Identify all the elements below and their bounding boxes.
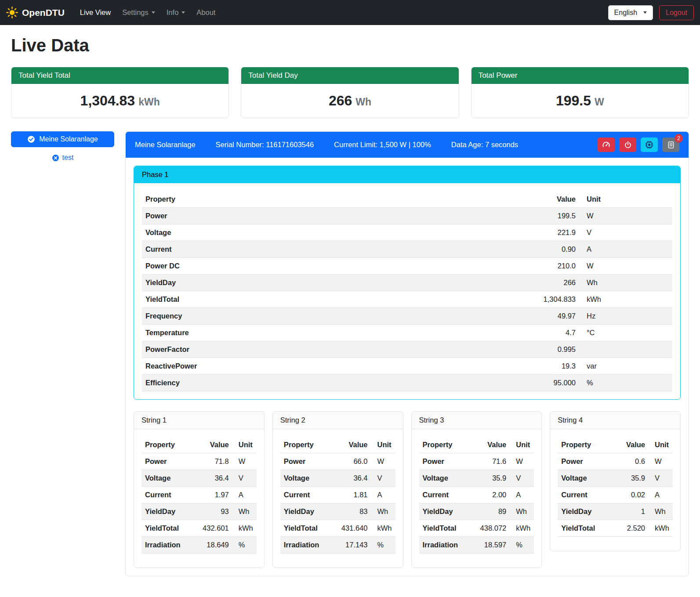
cell-property: YieldTotal [280,520,331,537]
cell-unit: A [371,487,395,503]
card-title: Total Power [472,67,689,84]
cell-unit: W [579,208,672,224]
cell-value: 36.4 [192,470,232,487]
event-log-button[interactable]: 2 [662,137,679,152]
nav-settings[interactable]: Settings [116,4,161,21]
cell-value: 35.9 [470,470,510,487]
table-row: Current0.90A [142,241,672,258]
table-row: Irradiation18.597% [419,537,534,554]
cell-property: YieldDay [141,503,192,520]
inverter-select-button[interactable]: Meine Solaranlage [11,131,114,147]
card-title: Total Yield Total [11,67,228,84]
inverter-panel-header: Meine Solaranlage Serial Number: 1161716… [126,132,689,158]
cell-property: PowerFactor [142,341,404,358]
limit-settings-button[interactable] [598,137,615,152]
language-select-value: English [614,9,637,17]
brand-label: OpenDTU [22,7,65,18]
cell-value: 35.9 [613,470,649,487]
column-header-property: Property [141,437,192,453]
sidebar-item-test[interactable]: test [11,154,114,162]
string-card-title: String 2 [273,412,403,429]
column-header-unit: Unit [371,437,395,453]
nav-about[interactable]: About [191,4,221,21]
cell-unit: kWh [510,520,534,537]
inverter-panel-body: Phase 1 Property Value Unit Power199.5WV… [126,158,689,576]
table-row: Voltage35.9V [558,470,673,487]
logout-button[interactable]: Logout [659,5,694,20]
cell-property: Voltage [419,470,470,487]
total-yield-day-card: Total Yield Day 266Wh [241,67,459,118]
cell-value: 199.5 [404,208,579,224]
string-card-title: String 3 [412,412,542,429]
nav-info[interactable]: Info [161,4,191,21]
cell-property: ReactivePower [142,358,404,375]
string-card-body: Property Value Unit Power71.6WVoltage35.… [412,429,542,568]
table-row: Irradiation17.143% [280,537,395,554]
inverter-select-label: Meine Solaranlage [39,135,98,143]
column-header-value: Value [331,437,371,453]
cell-value: 18.597 [470,537,510,554]
phase-card-body: Property Value Unit Power199.5WVoltage22… [134,183,680,399]
cell-unit: % [579,375,672,391]
card-body: 199.5W [472,84,689,118]
table-row: YieldDay1Wh [558,503,673,520]
table-row: Efficiency95.000% [142,375,672,391]
card-value: 266 [329,93,352,109]
table-header-row: Property Value Unit [141,437,257,453]
string-card-title: String 4 [550,412,680,429]
cell-value: 71.6 [470,453,510,470]
chevron-down-icon [643,11,647,14]
cell-value: 431.640 [331,520,371,537]
cell-unit: A [579,241,672,258]
strings-row: String 1 Property Value Unit [134,411,681,568]
string-card-4: String 4 Property Value Unit [550,411,681,551]
table-row: YieldTotal2.520kWh [558,520,673,537]
cell-unit: Wh [579,275,672,291]
cell-property: Power [419,453,470,470]
total-power-card: Total Power 199.5W [471,67,689,118]
cell-unit: V [510,470,534,487]
cell-value: 2.520 [613,520,649,537]
table-row: Power71.6W [419,453,534,470]
column-header-unit: Unit [579,191,672,208]
table-row: YieldTotal1,304.833kWh [142,291,672,308]
cell-property: Frequency [142,308,404,325]
table-header-row: Property Value Unit [419,437,534,453]
page-title: Live Data [11,36,689,55]
table-row: YieldDay266Wh [142,275,672,291]
cell-property: Irradiation [280,537,331,554]
journal-icon [667,141,675,149]
page-container: Live Data Total Yield Total 1,304.83kWh … [0,25,700,588]
nav-info-label: Info [167,8,179,17]
table-row: Power DC210.0W [142,258,672,275]
cell-value: 1,304.833 [404,291,579,308]
cell-unit: var [579,358,672,375]
cell-property: Current [419,487,470,503]
cell-unit: W [371,453,395,470]
cell-property: Current [558,487,613,503]
column-header-unit: Unit [649,437,673,453]
cell-unit: A [649,487,673,503]
cell-unit: Wh [510,503,534,520]
language-select[interactable]: English [608,5,653,20]
column-header-value: Value [613,437,649,453]
cell-unit: % [232,537,257,554]
cell-unit: % [371,537,395,554]
inverter-sidebar: Meine Solaranlage test [11,131,114,162]
cell-value: 432.601 [192,520,232,537]
cell-value: 18.649 [192,537,232,554]
cell-unit: Wh [232,503,257,520]
cell-property: Power [141,453,192,470]
nav-live-view[interactable]: Live View [74,4,116,21]
device-info-button[interactable] [641,137,658,152]
table-row: Current2.00A [419,487,534,503]
table-row: Irradiation18.649% [141,537,257,554]
cell-property: YieldTotal [419,520,470,537]
brand[interactable]: OpenDTU [6,7,65,18]
panel-action-buttons: 2 [598,137,679,152]
cell-value: 0.90 [404,241,579,258]
power-toggle-button[interactable] [619,137,636,152]
cell-value: 266 [404,275,579,291]
string-table: Property Value Unit Power0.6WVoltage35.9… [558,437,673,537]
cell-property: Current [142,241,404,258]
